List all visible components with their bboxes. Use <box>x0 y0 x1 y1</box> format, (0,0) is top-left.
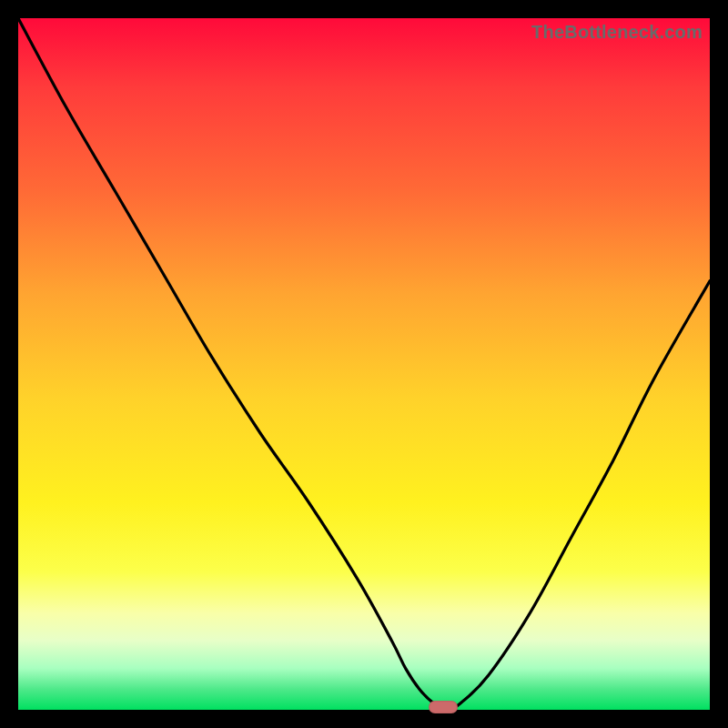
plot-area: TheBottleneck.com <box>18 18 710 710</box>
bottleneck-curve <box>18 18 710 710</box>
chart-frame: TheBottleneck.com <box>0 0 728 728</box>
optimum-marker <box>429 701 458 713</box>
